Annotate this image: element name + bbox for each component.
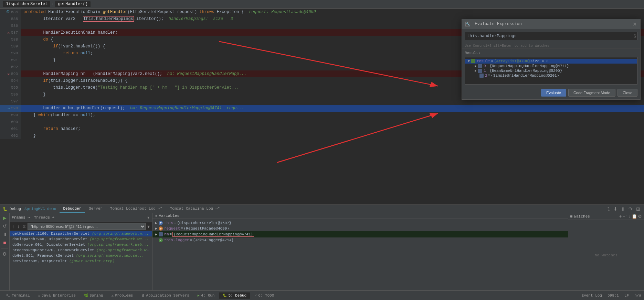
down-watch-btn[interactable]: ↓ [629, 214, 631, 219]
frames-panel: Frames → Threads + ▾ ↑ ↓ ⧖ *http-nio-808… [10, 213, 152, 290]
var-item-logger[interactable]: ▶ ✓ this.logger = {Jdk14Logger@4714} [152, 237, 568, 243]
server-tab-label: Server [89, 207, 103, 211]
tomcat-localhost-tab[interactable]: Tomcat Localhost Log →* [107, 205, 166, 213]
expand-request[interactable]: ▶ [155, 226, 157, 231]
eval-panel-close-button[interactable]: ✕ [633, 21, 637, 27]
eval-expr-btn[interactable]: ⊞ [635, 205, 641, 212]
variables-icon: ≡ [155, 214, 158, 218]
tree-expand-0[interactable]: ▶ [475, 64, 477, 68]
frames-toolbar: ↑ ↓ ⧖ *http-nio-8080-exec-5*@2,411 in gr… [10, 222, 152, 231]
var-icon-logger: ✓ [159, 238, 163, 242]
filter-frames-btn[interactable]: ▾ [147, 215, 150, 220]
eval-result-tree: ▼ result = {ArrayList@4706} size = 3 ▶ 0… [465, 57, 637, 85]
up-watch-btn[interactable]: ↑ [626, 214, 628, 219]
debug-tab-bottom[interactable]: 🐛 5: Debug [219, 292, 250, 299]
pause-btn[interactable]: ⏸ [2, 231, 8, 238]
breadcrumb-tab-gethandler[interactable]: getHandler() [55, 1, 90, 7]
tree-expand-1[interactable]: ▶ [475, 69, 477, 73]
frame-item-0[interactable]: getHandler:1160, DispatcherServlet (org.… [10, 231, 152, 236]
tomcat-catalina-tab[interactable]: Tomcat Catalina Log →* [167, 205, 223, 213]
expand-this[interactable]: ▶ [155, 221, 157, 225]
java-enterprise-tab[interactable]: ☕ Java Enterprise [35, 292, 79, 299]
toolbar-divider [1, 248, 8, 248]
line-content-598: handler = hm.getHandler(request); hm: Re… [21, 105, 247, 112]
gutter-591: 591 [0, 57, 21, 64]
line-content-592 [21, 64, 26, 70]
line-content-586 [21, 22, 26, 29]
line-content-600 [21, 119, 26, 125]
eval-result-label: Result: [462, 49, 640, 56]
close-eval-button[interactable]: Close [617, 89, 637, 97]
gutter-588: 588 [0, 36, 21, 43]
expand-hm[interactable]: ▶ [155, 232, 157, 236]
watches-header: ⊞ Watches + − ↑ ↓ 📋 ⚙ [568, 213, 644, 220]
line-content-599: } while(handler == null); [21, 112, 98, 119]
tree-item-2[interactable]: 2 = {SimpleUrlHandlerMapping@5201} [468, 73, 634, 78]
step-into-btn[interactable]: ⬇ [612, 205, 619, 212]
server-tab[interactable]: Server [85, 205, 106, 213]
add-watch-btn[interactable]: + [619, 214, 622, 219]
settings-watch-btn[interactable]: ⚙ [638, 214, 642, 219]
spring-tab[interactable]: 🌿 Spring [81, 292, 107, 299]
debug-tab-bar: 🐛 Debug SpringMVC-demo Debugger Server T… [0, 205, 644, 213]
remove-watch-btn[interactable]: − [622, 214, 625, 219]
up-frame-btn[interactable]: ↑ [11, 223, 15, 230]
thread-selector[interactable]: *http-nio-8080-exec-5*@2,411 in grou... [28, 223, 146, 230]
frames-header-buttons: ▾ [147, 215, 150, 220]
debugger-tab[interactable]: Debugger [60, 205, 85, 213]
eval-copy-button[interactable]: ⎘ [634, 34, 636, 38]
var-item-request[interactable]: ▶ P request = {RequestFacade@4699} [152, 226, 568, 231]
code-line-599: 599 } while(handler == null); [0, 112, 644, 119]
var-item-this[interactable]: ▶ T this = {DispatcherServlet@4697} [152, 220, 568, 226]
evaluate-button[interactable]: Evaluate [541, 89, 566, 97]
terminal-tab[interactable]: >_ Terminal [3, 292, 33, 299]
event-log-link[interactable]: Event Log [582, 293, 602, 298]
gutter-592: 592 [0, 64, 21, 70]
var-item-hm[interactable]: ▶ hm = {RequestMappingHandlerMapping@474… [152, 231, 568, 237]
refresh-btn[interactable]: ↺ [2, 223, 8, 230]
java-enterprise-label: Java Enterprise [42, 293, 76, 298]
breadcrumb-tab-dispatcher[interactable]: DispatcherServlet [3, 1, 50, 7]
eval-panel-header: 🔧 Evaluate Expression ✕ [462, 19, 640, 29]
step-out-btn[interactable]: ⬆ [620, 205, 626, 212]
eval-footer: Evaluate Code Fragment Mode Close [462, 86, 640, 99]
debug-side-toolbar: ▶ ↺ ⏸ ■ ⚙ [0, 213, 10, 290]
code-fragment-mode-button[interactable]: Code Fragment Mode [568, 89, 615, 97]
terminal-label: Terminal [12, 293, 30, 298]
tree-expand-result[interactable]: ▼ [468, 59, 470, 63]
frames-panel-header: Frames → Threads + ▾ [10, 213, 152, 222]
debug-area: 🐛 Debug SpringMVC-demo Debugger Server T… [0, 204, 644, 290]
gutter-596: 596 [0, 91, 21, 98]
gutter-601: 601 [0, 125, 21, 132]
resume-btn[interactable]: ▶ [2, 214, 7, 221]
run-cursor-btn[interactable]: ↷ [627, 205, 634, 212]
problems-tab[interactable]: ⚠ Problems [108, 292, 137, 299]
frame-item-1[interactable]: doDispatch:940, DispatcherServlet (org.s… [10, 236, 152, 242]
settings-btn[interactable]: ⚙ [2, 251, 8, 257]
frame-item-2[interactable]: doService:901, DispatcherServlet (org.sp… [10, 242, 152, 247]
gutter-595: 595 [0, 84, 21, 91]
app-servers-icon: 🖥 [141, 293, 145, 298]
step-over-btn[interactable]: ⤵ [606, 205, 611, 212]
frame-item-3[interactable]: processRequest:970, FrameworkServlet (or… [10, 247, 152, 253]
eval-expression-input[interactable] [465, 32, 637, 40]
run-tab[interactable]: ▶ 4: Run [194, 292, 218, 299]
filter-btn[interactable]: ⧖ [21, 223, 27, 230]
app-name-label: SpringMVC-demo [24, 207, 56, 211]
tree-item-0[interactable]: ▶ 0 = {RequestMappingHandlerMapping@4741… [468, 64, 634, 68]
stop-btn[interactable]: ■ [2, 239, 7, 246]
app-servers-tab[interactable]: 🖥 Application Servers [138, 292, 192, 299]
gutter-590: 590 [0, 50, 21, 57]
watches-label: Watches [574, 214, 590, 219]
tree-item-result[interactable]: ▼ result = {ArrayList@4706} size = 3 [465, 59, 637, 64]
frame-item-4[interactable]: doGet:861, FrameworkServlet (org.springf… [10, 253, 152, 258]
tree-item-1[interactable]: ▶ 1 = {BeanNameUrlHandlerMapping@5200} [468, 68, 634, 73]
frame-item-5[interactable]: service:635, HttpServlet (javax.servlet.… [10, 258, 152, 264]
line-content-593: HandlerMapping hm = (HandlerMapping)var2… [21, 70, 249, 77]
todo-tab[interactable]: ✓ 6: TODO [251, 292, 277, 299]
down-frame-btn[interactable]: ↓ [16, 223, 21, 230]
thread-dropdown-btn[interactable]: ▾ [146, 223, 151, 230]
copy-watch-btn[interactable]: 📋 [632, 214, 637, 219]
tree-icon-0 [478, 64, 482, 68]
gutter-589: 589 [0, 43, 21, 50]
